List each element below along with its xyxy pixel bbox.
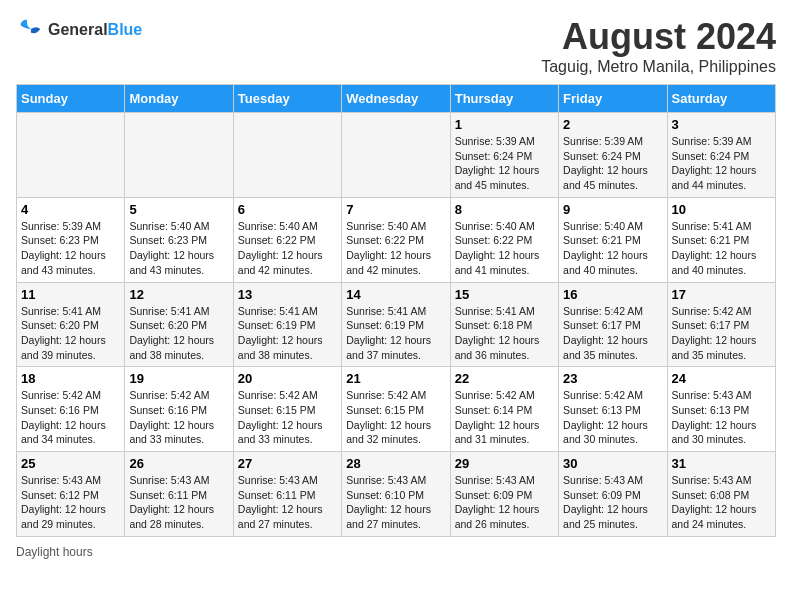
calendar-cell: 15Sunrise: 5:41 AM Sunset: 6:18 PM Dayli… (450, 282, 558, 367)
calendar-cell: 27Sunrise: 5:43 AM Sunset: 6:11 PM Dayli… (233, 452, 341, 537)
calendar-cell: 19Sunrise: 5:42 AM Sunset: 6:16 PM Dayli… (125, 367, 233, 452)
day-number: 21 (346, 371, 445, 386)
calendar-cell (125, 113, 233, 198)
calendar-week-5: 25Sunrise: 5:43 AM Sunset: 6:12 PM Dayli… (17, 452, 776, 537)
day-info: Sunrise: 5:42 AM Sunset: 6:16 PM Dayligh… (129, 388, 228, 447)
day-number: 5 (129, 202, 228, 217)
day-number: 7 (346, 202, 445, 217)
day-info: Sunrise: 5:43 AM Sunset: 6:12 PM Dayligh… (21, 473, 120, 532)
calendar-week-1: 1Sunrise: 5:39 AM Sunset: 6:24 PM Daylig… (17, 113, 776, 198)
calendar-cell: 13Sunrise: 5:41 AM Sunset: 6:19 PM Dayli… (233, 282, 341, 367)
logo-icon (16, 16, 44, 44)
day-info: Sunrise: 5:42 AM Sunset: 6:13 PM Dayligh… (563, 388, 662, 447)
subtitle: Taguig, Metro Manila, Philippines (541, 58, 776, 76)
calendar-cell: 26Sunrise: 5:43 AM Sunset: 6:11 PM Dayli… (125, 452, 233, 537)
day-info: Sunrise: 5:41 AM Sunset: 6:19 PM Dayligh… (346, 304, 445, 363)
day-number: 3 (672, 117, 771, 132)
page-header: GeneralBlue August 2024 Taguig, Metro Ma… (16, 16, 776, 76)
calendar-cell: 16Sunrise: 5:42 AM Sunset: 6:17 PM Dayli… (559, 282, 667, 367)
day-number: 30 (563, 456, 662, 471)
calendar-cell: 25Sunrise: 5:43 AM Sunset: 6:12 PM Dayli… (17, 452, 125, 537)
day-number: 19 (129, 371, 228, 386)
header-day-wednesday: Wednesday (342, 85, 450, 113)
calendar-cell: 7Sunrise: 5:40 AM Sunset: 6:22 PM Daylig… (342, 197, 450, 282)
day-number: 15 (455, 287, 554, 302)
day-number: 8 (455, 202, 554, 217)
day-number: 12 (129, 287, 228, 302)
calendar-cell: 30Sunrise: 5:43 AM Sunset: 6:09 PM Dayli… (559, 452, 667, 537)
day-info: Sunrise: 5:41 AM Sunset: 6:20 PM Dayligh… (129, 304, 228, 363)
calendar-cell: 9Sunrise: 5:40 AM Sunset: 6:21 PM Daylig… (559, 197, 667, 282)
calendar-week-4: 18Sunrise: 5:42 AM Sunset: 6:16 PM Dayli… (17, 367, 776, 452)
day-number: 14 (346, 287, 445, 302)
day-info: Sunrise: 5:40 AM Sunset: 6:22 PM Dayligh… (455, 219, 554, 278)
day-info: Sunrise: 5:41 AM Sunset: 6:19 PM Dayligh… (238, 304, 337, 363)
header-day-sunday: Sunday (17, 85, 125, 113)
day-info: Sunrise: 5:43 AM Sunset: 6:08 PM Dayligh… (672, 473, 771, 532)
day-number: 16 (563, 287, 662, 302)
calendar-cell: 21Sunrise: 5:42 AM Sunset: 6:15 PM Dayli… (342, 367, 450, 452)
day-info: Sunrise: 5:43 AM Sunset: 6:10 PM Dayligh… (346, 473, 445, 532)
day-info: Sunrise: 5:41 AM Sunset: 6:18 PM Dayligh… (455, 304, 554, 363)
calendar-cell: 6Sunrise: 5:40 AM Sunset: 6:22 PM Daylig… (233, 197, 341, 282)
day-info: Sunrise: 5:40 AM Sunset: 6:22 PM Dayligh… (346, 219, 445, 278)
day-number: 27 (238, 456, 337, 471)
day-info: Sunrise: 5:41 AM Sunset: 6:20 PM Dayligh… (21, 304, 120, 363)
day-number: 13 (238, 287, 337, 302)
day-number: 29 (455, 456, 554, 471)
calendar-body: 1Sunrise: 5:39 AM Sunset: 6:24 PM Daylig… (17, 113, 776, 537)
day-number: 25 (21, 456, 120, 471)
day-info: Sunrise: 5:41 AM Sunset: 6:21 PM Dayligh… (672, 219, 771, 278)
day-info: Sunrise: 5:43 AM Sunset: 6:11 PM Dayligh… (238, 473, 337, 532)
logo: GeneralBlue (16, 16, 142, 44)
day-info: Sunrise: 5:39 AM Sunset: 6:24 PM Dayligh… (455, 134, 554, 193)
calendar-cell: 4Sunrise: 5:39 AM Sunset: 6:23 PM Daylig… (17, 197, 125, 282)
day-number: 6 (238, 202, 337, 217)
day-number: 10 (672, 202, 771, 217)
day-number: 11 (21, 287, 120, 302)
calendar-cell: 12Sunrise: 5:41 AM Sunset: 6:20 PM Dayli… (125, 282, 233, 367)
day-number: 20 (238, 371, 337, 386)
day-number: 9 (563, 202, 662, 217)
day-info: Sunrise: 5:42 AM Sunset: 6:16 PM Dayligh… (21, 388, 120, 447)
calendar-cell: 14Sunrise: 5:41 AM Sunset: 6:19 PM Dayli… (342, 282, 450, 367)
header-day-monday: Monday (125, 85, 233, 113)
calendar-week-2: 4Sunrise: 5:39 AM Sunset: 6:23 PM Daylig… (17, 197, 776, 282)
calendar-cell: 28Sunrise: 5:43 AM Sunset: 6:10 PM Dayli… (342, 452, 450, 537)
calendar-cell: 11Sunrise: 5:41 AM Sunset: 6:20 PM Dayli… (17, 282, 125, 367)
calendar-cell: 22Sunrise: 5:42 AM Sunset: 6:14 PM Dayli… (450, 367, 558, 452)
day-info: Sunrise: 5:43 AM Sunset: 6:09 PM Dayligh… (563, 473, 662, 532)
calendar-cell: 5Sunrise: 5:40 AM Sunset: 6:23 PM Daylig… (125, 197, 233, 282)
day-info: Sunrise: 5:40 AM Sunset: 6:21 PM Dayligh… (563, 219, 662, 278)
calendar-cell: 23Sunrise: 5:42 AM Sunset: 6:13 PM Dayli… (559, 367, 667, 452)
calendar-cell: 31Sunrise: 5:43 AM Sunset: 6:08 PM Dayli… (667, 452, 775, 537)
day-info: Sunrise: 5:40 AM Sunset: 6:23 PM Dayligh… (129, 219, 228, 278)
day-info: Sunrise: 5:43 AM Sunset: 6:11 PM Dayligh… (129, 473, 228, 532)
header-day-tuesday: Tuesday (233, 85, 341, 113)
calendar-cell: 8Sunrise: 5:40 AM Sunset: 6:22 PM Daylig… (450, 197, 558, 282)
day-number: 1 (455, 117, 554, 132)
day-info: Sunrise: 5:40 AM Sunset: 6:22 PM Dayligh… (238, 219, 337, 278)
day-info: Sunrise: 5:42 AM Sunset: 6:15 PM Dayligh… (346, 388, 445, 447)
calendar-cell (342, 113, 450, 198)
day-info: Sunrise: 5:42 AM Sunset: 6:14 PM Dayligh… (455, 388, 554, 447)
title-block: August 2024 Taguig, Metro Manila, Philip… (541, 16, 776, 76)
calendar-cell: 24Sunrise: 5:43 AM Sunset: 6:13 PM Dayli… (667, 367, 775, 452)
calendar-cell: 1Sunrise: 5:39 AM Sunset: 6:24 PM Daylig… (450, 113, 558, 198)
day-info: Sunrise: 5:42 AM Sunset: 6:17 PM Dayligh… (672, 304, 771, 363)
calendar-cell: 2Sunrise: 5:39 AM Sunset: 6:24 PM Daylig… (559, 113, 667, 198)
day-number: 24 (672, 371, 771, 386)
calendar-cell (17, 113, 125, 198)
calendar-table: SundayMondayTuesdayWednesdayThursdayFrid… (16, 84, 776, 537)
calendar-cell: 17Sunrise: 5:42 AM Sunset: 6:17 PM Dayli… (667, 282, 775, 367)
header-day-friday: Friday (559, 85, 667, 113)
day-number: 18 (21, 371, 120, 386)
calendar-cell: 10Sunrise: 5:41 AM Sunset: 6:21 PM Dayli… (667, 197, 775, 282)
calendar-cell: 3Sunrise: 5:39 AM Sunset: 6:24 PM Daylig… (667, 113, 775, 198)
day-info: Sunrise: 5:39 AM Sunset: 6:23 PM Dayligh… (21, 219, 120, 278)
logo-text: GeneralBlue (48, 21, 142, 39)
header-day-saturday: Saturday (667, 85, 775, 113)
day-number: 17 (672, 287, 771, 302)
day-number: 2 (563, 117, 662, 132)
day-number: 22 (455, 371, 554, 386)
